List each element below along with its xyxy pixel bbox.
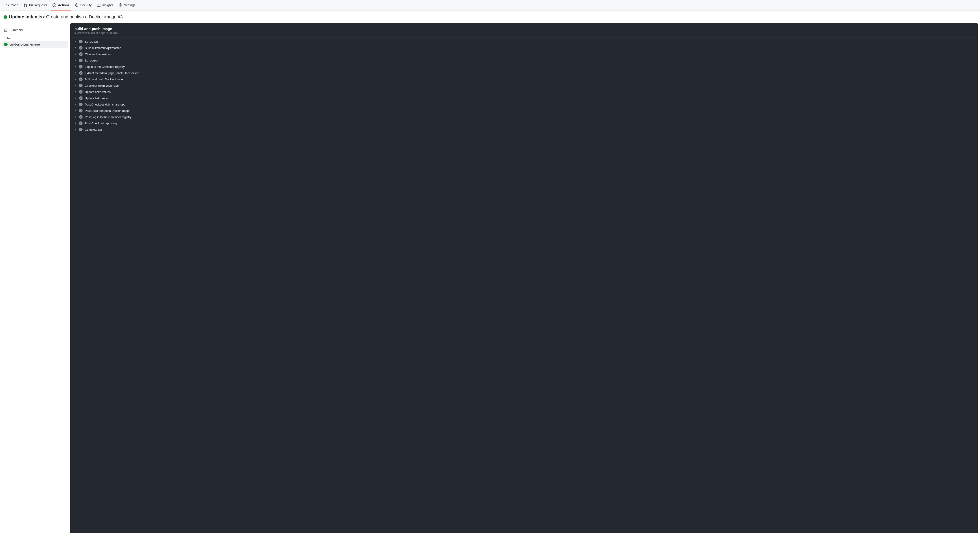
chevron-right-icon (73, 90, 77, 93)
nav-tab-label: Insights (102, 3, 113, 7)
nav-tab-insights[interactable]: Insights (95, 0, 115, 11)
step-row[interactable]: Complete job (70, 126, 978, 133)
step-status-success-icon (79, 46, 83, 49)
nav-tab-label: Settings (124, 3, 135, 7)
chevron-right-icon (73, 84, 77, 87)
graph-icon (97, 3, 100, 7)
step-row[interactable]: Post Log in to the Container registry (70, 114, 978, 120)
nav-tab-code[interactable]: Code (3, 0, 20, 11)
chevron-right-icon (73, 103, 77, 106)
repo-nav: Code Pull requests Actions Security Insi… (0, 0, 980, 11)
step-name: Post Checkout Helm chart repo (85, 103, 126, 106)
steps-list: Set up jobBuild mikefarah/yq@masterCheck… (70, 38, 978, 134)
job-subtitle: succeeded 6 minutes ago in 2m 31s (75, 32, 974, 35)
chevron-right-icon (73, 109, 77, 112)
step-status-success-icon (79, 78, 83, 81)
run-title-rest: Create and publish a Docker image #3 (46, 14, 123, 19)
step-name: Post Checkout repository (85, 122, 117, 125)
chevron-right-icon (73, 53, 77, 56)
job-panel: build-and-push-image succeeded 6 minutes… (70, 23, 978, 533)
step-row[interactable]: Build and push Docker image (70, 76, 978, 82)
step-status-success-icon (79, 121, 83, 125)
status-success-icon (3, 15, 7, 19)
step-name: Set up job (85, 40, 98, 43)
code-icon (5, 3, 9, 7)
nav-tab-security[interactable]: Security (73, 0, 94, 11)
step-row[interactable]: Checkout repository (70, 51, 978, 57)
chevron-right-icon (73, 40, 77, 43)
step-row[interactable]: Set output (70, 57, 978, 64)
step-name: Extract metadata (tags, labels) for Dock… (85, 72, 138, 75)
run-header: Update index.tsx Create and publish a Do… (0, 11, 980, 23)
step-row[interactable]: Log in to the Container registry (70, 64, 978, 70)
step-name: Set output (85, 59, 98, 62)
gear-icon (119, 3, 122, 7)
shield-icon (75, 3, 78, 7)
nav-tab-pulls[interactable]: Pull requests (22, 0, 49, 11)
sidebar-jobs-heading: Jobs (2, 33, 68, 41)
main: build-and-push-image succeeded 6 minutes… (70, 23, 980, 535)
sidebar: Summary Jobs build-and-push-image (0, 23, 70, 535)
chevron-right-icon (73, 128, 77, 131)
chevron-right-icon (73, 59, 77, 62)
step-name: Complete job (85, 128, 102, 131)
chevron-right-icon (73, 78, 77, 81)
chevron-right-icon (73, 97, 77, 100)
step-status-success-icon (79, 109, 83, 113)
chevron-right-icon (73, 65, 77, 68)
step-name: Build mikefarah/yq@master (85, 46, 121, 49)
sidebar-item-label: Summary (10, 28, 23, 32)
status-success-icon (4, 43, 8, 46)
step-name: Post Build and push Docker image (85, 109, 129, 113)
sidebar-item-label: build-and-push-image (10, 43, 40, 46)
nav-tab-settings[interactable]: Settings (117, 0, 137, 11)
step-row[interactable]: Build mikefarah/yq@master (70, 45, 978, 51)
nav-tab-actions[interactable]: Actions (51, 0, 71, 11)
sidebar-item-summary[interactable]: Summary (2, 27, 68, 33)
nav-tab-label: Code (11, 3, 18, 7)
step-status-success-icon (79, 40, 83, 43)
step-row[interactable]: Post Checkout repository (70, 120, 978, 126)
step-status-success-icon (79, 128, 83, 131)
step-status-success-icon (79, 90, 83, 94)
step-status-success-icon (79, 65, 83, 69)
step-row[interactable]: Update helm values (70, 89, 978, 95)
nav-tab-label: Actions (58, 3, 69, 7)
chevron-right-icon (73, 115, 77, 118)
step-name: Checkout repository (85, 53, 111, 56)
home-icon (4, 28, 8, 32)
job-header: build-and-push-image succeeded 6 minutes… (70, 23, 978, 38)
step-status-success-icon (79, 52, 83, 56)
chevron-right-icon (73, 46, 77, 49)
job-title: build-and-push-image (75, 27, 974, 31)
sidebar-item-job[interactable]: build-and-push-image (2, 41, 68, 48)
chevron-right-icon (73, 122, 77, 125)
git-pull-request-icon (24, 3, 27, 7)
play-icon (52, 3, 56, 7)
run-title: Update index.tsx Create and publish a Do… (9, 14, 123, 19)
content: Summary Jobs build-and-push-image build-… (0, 23, 980, 535)
step-status-success-icon (79, 59, 83, 62)
step-row[interactable]: Post Checkout Helm chart repo (70, 101, 978, 108)
step-name: Update helm repo (85, 97, 108, 100)
step-name: Checkout Helm chart repo (85, 84, 119, 87)
step-status-success-icon (79, 103, 83, 106)
step-row[interactable]: Set up job (70, 38, 978, 45)
step-row[interactable]: Checkout Helm chart repo (70, 82, 978, 89)
chevron-right-icon (73, 72, 77, 75)
step-status-success-icon (79, 96, 83, 100)
step-row[interactable]: Post Build and push Docker image (70, 108, 978, 114)
step-status-success-icon (79, 115, 83, 119)
step-status-success-icon (79, 84, 83, 87)
run-title-strong: Update index.tsx (9, 14, 45, 19)
step-status-success-icon (79, 71, 83, 75)
step-name: Build and push Docker image (85, 78, 123, 81)
nav-tab-label: Security (80, 3, 92, 7)
step-name: Log in to the Container registry (85, 65, 125, 69)
step-name: Update helm values (85, 90, 111, 94)
nav-tab-label: Pull requests (29, 3, 47, 7)
step-row[interactable]: Extract metadata (tags, labels) for Dock… (70, 70, 978, 76)
step-name: Post Log in to the Container registry (85, 115, 131, 119)
step-row[interactable]: Update helm repo (70, 95, 978, 101)
